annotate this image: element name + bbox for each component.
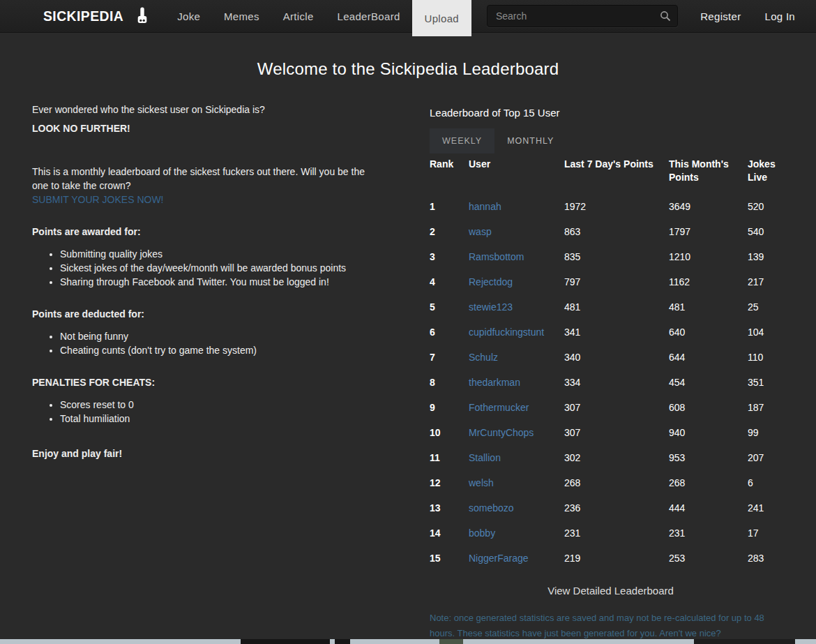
table-row: 2wasp8631797540 bbox=[430, 219, 792, 244]
user-cell[interactable]: Ramsbottom bbox=[469, 251, 564, 262]
column-header-last7: Last 7 Day's Points bbox=[564, 158, 669, 171]
user-cell[interactable]: hannah bbox=[469, 201, 564, 212]
user-cell[interactable]: Rejectdog bbox=[469, 276, 564, 287]
rule-item: Scores reset to 0 bbox=[60, 398, 374, 412]
user-cell[interactable]: Fothermucker bbox=[469, 402, 564, 413]
login-link[interactable]: Log In bbox=[764, 10, 795, 22]
last7-points-cell: 307 bbox=[564, 402, 669, 413]
submit-jokes-link[interactable]: SUBMIT YOUR JOKES NOW! bbox=[32, 193, 164, 207]
jokes-live-cell: 283 bbox=[748, 553, 792, 564]
month-points-cell: 644 bbox=[669, 352, 748, 363]
jokes-live-cell: 207 bbox=[748, 452, 792, 463]
last7-points-cell: 835 bbox=[564, 251, 669, 262]
tab-weekly[interactable]: WEEKLY bbox=[430, 128, 494, 153]
table-row: 3Ramsbottom8351210139 bbox=[430, 244, 792, 269]
month-points-cell: 253 bbox=[669, 553, 748, 564]
last7-points-cell: 302 bbox=[564, 452, 669, 463]
nav-item-leaderboard[interactable]: LeaderBoard bbox=[326, 0, 412, 32]
rule-item: Not being funny bbox=[60, 329, 374, 343]
table-row: 14bobby23123117 bbox=[430, 521, 792, 546]
table-row: 13somebozo236444241 bbox=[430, 495, 792, 521]
rank-cell: 1 bbox=[430, 201, 469, 212]
last7-points-cell: 334 bbox=[564, 377, 669, 388]
logo-text: SICKIPEDIA bbox=[43, 8, 123, 24]
column-header-month: This Month's Points bbox=[669, 158, 748, 184]
rules-list: Submitting quality jokesSickest jokes of… bbox=[32, 247, 374, 289]
table-row: 11Stallion302953207 bbox=[430, 445, 792, 470]
username-link[interactable]: Ramsbottom bbox=[469, 251, 524, 262]
month-points-cell: 1797 bbox=[669, 226, 748, 237]
nav-item-article[interactable]: Article bbox=[271, 0, 326, 32]
username-link[interactable]: stewie123 bbox=[469, 301, 513, 313]
last7-points-cell: 307 bbox=[564, 427, 669, 438]
username-link[interactable]: Fothermucker bbox=[469, 402, 529, 413]
user-cell[interactable]: bobby bbox=[469, 527, 564, 539]
table-row: 8thedarkman334454351 bbox=[430, 370, 792, 395]
username-link[interactable]: MrCuntyChops bbox=[469, 427, 534, 438]
last7-points-cell: 219 bbox=[564, 553, 669, 564]
user-cell[interactable]: stewie123 bbox=[469, 301, 564, 313]
user-cell[interactable]: NiggerFarage bbox=[469, 553, 564, 564]
username-link[interactable]: welsh bbox=[469, 477, 494, 488]
rank-cell: 7 bbox=[430, 352, 469, 363]
username-link[interactable]: thedarkman bbox=[469, 377, 520, 388]
user-cell[interactable]: welsh bbox=[469, 477, 564, 488]
rule-heading: PENALTIES FOR CHEATS: bbox=[32, 375, 374, 389]
user-cell[interactable]: thedarkman bbox=[469, 377, 564, 388]
nav-item-memes[interactable]: Memes bbox=[212, 0, 271, 32]
jokes-live-cell: 139 bbox=[748, 251, 792, 262]
username-link[interactable]: Stallion bbox=[469, 452, 501, 463]
user-cell[interactable]: cupidfuckingstunt bbox=[469, 327, 564, 338]
jokes-live-cell: 540 bbox=[748, 226, 792, 237]
month-points-cell: 640 bbox=[669, 327, 748, 338]
rank-cell: 13 bbox=[430, 502, 469, 514]
month-points-cell: 454 bbox=[669, 377, 748, 388]
month-points-cell: 481 bbox=[669, 301, 748, 313]
rule-item: Cheating cunts (don't try to game the sy… bbox=[60, 343, 374, 357]
user-cell[interactable]: Schulz bbox=[469, 352, 564, 363]
search-icon[interactable] bbox=[660, 10, 671, 22]
last7-points-cell: 481 bbox=[564, 301, 669, 313]
column-header-user: User bbox=[469, 158, 564, 171]
last7-points-cell: 236 bbox=[564, 502, 669, 514]
rules-list: Not being funnyCheating cunts (don't try… bbox=[32, 329, 374, 357]
nav-item-joke[interactable]: Joke bbox=[165, 0, 212, 32]
month-points-cell: 268 bbox=[669, 477, 748, 488]
nav-item-upload[interactable]: Upload bbox=[412, 0, 471, 36]
user-cell[interactable]: Stallion bbox=[469, 452, 564, 463]
register-link[interactable]: Register bbox=[700, 10, 741, 22]
jokes-live-cell: 110 bbox=[748, 352, 792, 363]
username-link[interactable]: Rejectdog bbox=[469, 276, 513, 287]
column-header-rank: Rank bbox=[430, 158, 469, 171]
jokes-live-cell: 520 bbox=[748, 201, 792, 212]
username-link[interactable]: NiggerFarage bbox=[469, 553, 529, 564]
user-cell[interactable]: somebozo bbox=[469, 502, 564, 514]
page-title: Welcome to the Sickipedia Leaderboard bbox=[0, 59, 816, 79]
rules-sections: Points are awarded for:Submitting qualit… bbox=[32, 225, 374, 426]
rules-list: Scores reset to 0Total humiliation bbox=[32, 398, 374, 426]
username-link[interactable]: hannah bbox=[469, 201, 501, 212]
username-link[interactable]: somebozo bbox=[469, 502, 514, 514]
table-row: 1hannah19723649520 bbox=[430, 194, 792, 219]
rank-cell: 12 bbox=[430, 477, 469, 488]
jokes-live-cell: 187 bbox=[748, 402, 792, 413]
view-detailed-leaderboard-link[interactable]: View Detailed Leaderboard bbox=[430, 585, 792, 597]
leaderboard-table: Rank User Last 7 Day's Points This Month… bbox=[430, 158, 792, 571]
username-link[interactable]: bobby bbox=[469, 527, 495, 539]
username-link[interactable]: cupidfuckingstunt bbox=[469, 327, 544, 338]
table-header-row: Rank User Last 7 Day's Points This Month… bbox=[430, 158, 792, 193]
navbar: SICKIPEDIA JokeMemesArticleLeaderBoardUp… bbox=[0, 0, 816, 33]
search-input[interactable] bbox=[487, 5, 678, 27]
site-logo[interactable]: SICKIPEDIA bbox=[43, 7, 149, 25]
last7-points-cell: 231 bbox=[564, 527, 669, 539]
leaderboard-panel: Leaderboard of Top 15 User WEEKLYMONTHLY… bbox=[430, 103, 792, 641]
user-cell[interactable]: wasp bbox=[469, 226, 564, 237]
username-link[interactable]: wasp bbox=[469, 226, 492, 237]
username-link[interactable]: Schulz bbox=[469, 352, 498, 363]
rule-heading: Points are awarded for: bbox=[32, 225, 374, 239]
user-cell[interactable]: MrCuntyChops bbox=[469, 427, 564, 438]
tab-monthly[interactable]: MONTHLY bbox=[494, 128, 566, 153]
column-header-jokes: Jokes Live bbox=[748, 158, 792, 184]
jokes-live-cell: 241 bbox=[748, 502, 792, 514]
last7-points-cell: 341 bbox=[564, 327, 669, 338]
